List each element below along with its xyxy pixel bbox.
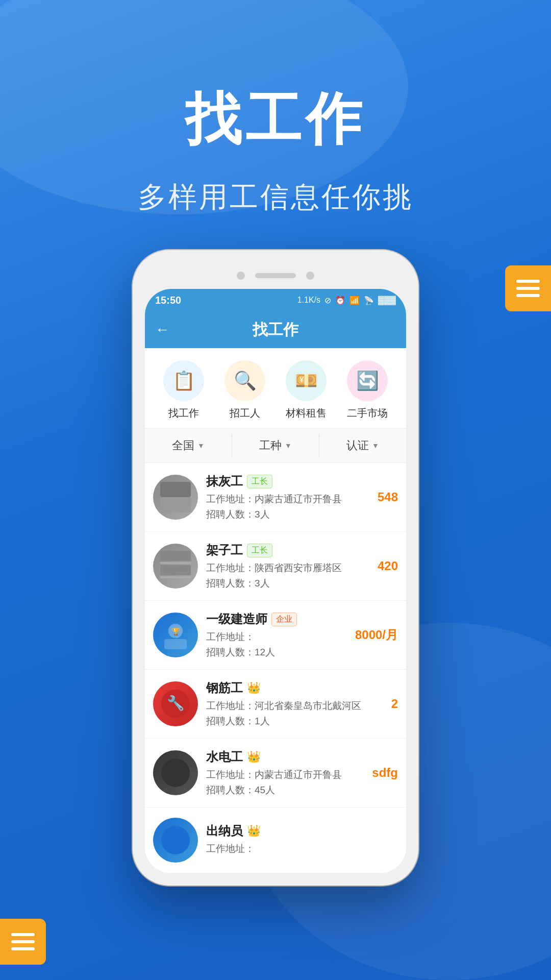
svg-rect-5 xyxy=(160,576,191,578)
hero-subtitle: 多样用工信息任你挑 xyxy=(0,178,551,217)
job-info: 一级建造师 企业 工作地址： 招聘人数：12人 xyxy=(206,611,347,659)
job-title-text: 架子工 xyxy=(206,542,243,558)
svg-text:🏆: 🏆 xyxy=(171,627,181,636)
filter-region-label: 全国 xyxy=(172,438,194,453)
menu-bottom-line-1 xyxy=(11,933,35,936)
job-badge: 工长 xyxy=(247,544,272,557)
category-row: 📋 找工作 🔍 招工人 💴 材料租售 🔄 二手市场 xyxy=(145,348,406,428)
job-badge: 企业 xyxy=(271,612,297,626)
recruit-icon: 🔍 xyxy=(224,360,265,401)
category-second-label: 二手市场 xyxy=(347,406,388,420)
category-material-label: 材料租售 xyxy=(286,406,327,420)
job-title-text: 抹灰工 xyxy=(206,473,243,489)
job-location: 工作地址： xyxy=(206,842,390,855)
filter-region[interactable]: 全国 ▼ xyxy=(145,429,232,462)
job-count: 招聘人数：3人 xyxy=(206,577,369,590)
second-icon: 🔄 xyxy=(347,360,388,401)
category-material[interactable]: 💴 材料租售 xyxy=(286,360,327,420)
float-menu-right[interactable] xyxy=(505,265,551,311)
category-second[interactable]: 🔄 二手市场 xyxy=(347,360,388,420)
filter-bar: 全国 ▼ 工种 ▼ 认证 ▼ xyxy=(145,428,406,463)
crown-icon: 👑 xyxy=(247,824,261,838)
category-recruit-label: 招工人 xyxy=(230,406,260,420)
filter-cert[interactable]: 认证 ▼ xyxy=(319,429,406,462)
job-location: 工作地址：河北省秦皇岛市北戴河区 xyxy=(206,699,383,713)
svg-text:🔧: 🔧 xyxy=(167,695,185,712)
app-header: ← 找工作 xyxy=(145,311,406,348)
job-avatar: 🏆 xyxy=(153,612,198,657)
menu-line-3 xyxy=(516,294,540,297)
hero-title: 找工作 xyxy=(0,82,551,158)
job-count: 招聘人数：12人 xyxy=(206,646,347,659)
svg-rect-2 xyxy=(160,551,191,561)
job-item[interactable]: 🔧 钢筋工 👑 工作地址：河北省秦皇岛市北戴河区 招聘人数：1人 2 xyxy=(145,670,406,739)
phone-mockup: 15:50 1.1K/s ⊘ ⏰ 📶 📡 ▓▓▓ ← 找工作 📋 xyxy=(133,250,418,886)
svg-rect-3 xyxy=(160,562,191,564)
job-count: 招聘人数：45人 xyxy=(206,783,364,797)
menu-bottom-line-3 xyxy=(11,947,35,950)
menu-line-1 xyxy=(516,280,540,283)
status-right: 1.1K/s ⊘ ⏰ 📶 📡 ▓▓▓ xyxy=(297,296,396,305)
job-item[interactable]: 架子工 工长 工作地址：陕西省西安市雁塔区 招聘人数：3人 420 xyxy=(145,532,406,601)
job-location: 工作地址： xyxy=(206,630,347,644)
material-icon: 💴 xyxy=(286,360,327,401)
status-time: 15:50 xyxy=(155,295,181,306)
job-info: 架子工 工长 工作地址：陕西省西安市雁塔区 招聘人数：3人 xyxy=(206,542,369,590)
job-info: 水电工 👑 工作地址：内蒙古通辽市开鲁县 招聘人数：45人 xyxy=(206,749,364,797)
phone-outer: 15:50 1.1K/s ⊘ ⏰ 📶 📡 ▓▓▓ ← 找工作 📋 xyxy=(133,250,418,886)
filter-cert-arrow: ▼ xyxy=(372,442,379,450)
network-speed: 1.1K/s xyxy=(297,296,320,305)
hero-section: 找工作 多样用工信息任你挑 xyxy=(0,82,551,217)
job-avatar xyxy=(153,818,198,863)
category-recruit[interactable]: 🔍 招工人 xyxy=(224,360,265,420)
filter-type-arrow: ▼ xyxy=(285,442,292,450)
signal-icon: 📶 xyxy=(349,296,360,305)
job-item[interactable]: 水电工 👑 工作地址：内蒙古通辽市开鲁县 招聘人数：45人 sdfg xyxy=(145,739,406,807)
filter-type[interactable]: 工种 ▼ xyxy=(232,429,319,462)
job-salary: 8000/月 xyxy=(355,627,398,643)
job-title-text: 一级建造师 xyxy=(206,611,267,627)
page-title: 找工作 xyxy=(253,320,298,340)
job-salary: 2 xyxy=(391,697,398,711)
job-avatar: 🔧 xyxy=(153,681,198,726)
category-job[interactable]: 📋 找工作 xyxy=(163,360,204,420)
svg-rect-1 xyxy=(160,497,191,512)
svg-rect-0 xyxy=(160,482,191,497)
svg-rect-7 xyxy=(164,639,187,649)
back-button[interactable]: ← xyxy=(155,322,169,338)
float-menu-bottom[interactable] xyxy=(0,919,46,965)
filter-type-label: 工种 xyxy=(259,438,282,453)
job-list: 抹灰工 工长 工作地址：内蒙古通辽市开鲁县 招聘人数：3人 548 xyxy=(145,463,406,873)
job-title-row: 一级建造师 企业 xyxy=(206,611,347,627)
job-icon: 📋 xyxy=(163,360,204,401)
job-location: 工作地址：内蒙古通辽市开鲁县 xyxy=(206,493,369,506)
job-salary: 420 xyxy=(378,559,398,573)
network-icon: ⊘ xyxy=(324,296,331,305)
job-title-text: 出纳员 xyxy=(206,823,243,839)
battery-icon: ▓▓▓ xyxy=(378,296,396,305)
job-avatar xyxy=(153,750,198,795)
job-info: 抹灰工 工长 工作地址：内蒙古通辽市开鲁县 招聘人数：3人 xyxy=(206,473,369,521)
job-avatar xyxy=(153,544,198,589)
job-title-text: 水电工 xyxy=(206,749,243,765)
crown-icon: 👑 xyxy=(247,681,261,695)
job-salary: sdfg xyxy=(372,766,398,780)
job-info: 钢筋工 👑 工作地址：河北省秦皇岛市北戴河区 招聘人数：1人 xyxy=(206,680,383,728)
category-job-label: 找工作 xyxy=(168,406,199,420)
job-title-row: 水电工 👑 xyxy=(206,749,364,765)
job-title-text: 钢筋工 xyxy=(206,680,243,696)
phone-screen: 15:50 1.1K/s ⊘ ⏰ 📶 📡 ▓▓▓ ← 找工作 📋 xyxy=(145,289,406,873)
job-item[interactable]: 出纳员 👑 工作地址： xyxy=(145,807,406,873)
job-item[interactable]: 🏆 一级建造师 企业 工作地址： 招聘人数：12人 8000/月 xyxy=(145,601,406,670)
job-salary: 548 xyxy=(378,490,398,504)
filter-cert-label: 认证 xyxy=(346,438,369,453)
job-badge: 工长 xyxy=(247,475,272,488)
job-item[interactable]: 抹灰工 工长 工作地址：内蒙古通辽市开鲁县 招聘人数：3人 548 xyxy=(145,463,406,532)
crown-icon: 👑 xyxy=(247,750,261,764)
job-info: 出纳员 👑 工作地址： xyxy=(206,823,390,857)
job-count: 招聘人数：3人 xyxy=(206,508,369,521)
wifi-icon: 📡 xyxy=(364,296,374,305)
menu-line-2 xyxy=(516,287,540,290)
job-title-row: 抹灰工 工长 xyxy=(206,473,369,489)
phone-speaker xyxy=(255,273,296,278)
